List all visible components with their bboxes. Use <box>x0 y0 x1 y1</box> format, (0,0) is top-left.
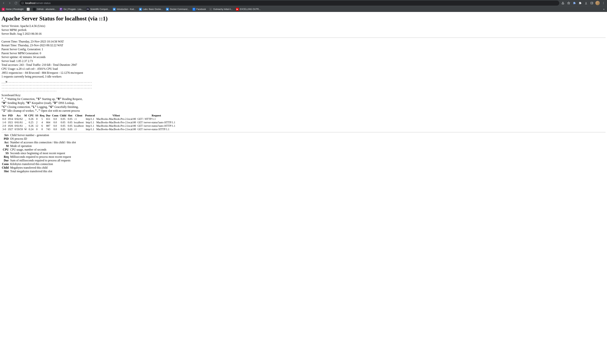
glossary-term: M <box>1 144 10 148</box>
bookmark-item[interactable]: ●Home | Pluralsight <box>2 8 24 11</box>
bookmark-item[interactable]: PGo | Progate - Lea... <box>59 8 83 11</box>
glossary-row: SlotTotal megabytes transferred this slo… <box>1 169 76 173</box>
favicon-icon: ● <box>2 8 5 11</box>
worker-cell-ss: 2 <box>35 121 39 124</box>
worker-cell-srv: 2-0 <box>1 124 7 128</box>
favicon-icon <box>33 8 36 11</box>
worker-cell-pid: 1914 <box>7 117 14 121</box>
bookmark-item[interactable]: ◆Docker Command... <box>166 8 189 11</box>
worker-cell-client: ::1 <box>73 117 84 121</box>
worker-cell-vhost: MacBooks-MacBook-Pro-2.local:80 <box>96 128 137 131</box>
worker-cell-slot: 0.05 <box>67 121 73 124</box>
bookmark-star-icon[interactable] <box>566 0 571 6</box>
toolbar: localhost/server-status <box>0 0 607 6</box>
svg-point-7 <box>603 2 604 2</box>
extension-puzzle-colored-icon[interactable] <box>572 0 577 6</box>
worker-cell-req: 5 <box>39 117 45 121</box>
worker-col-header: Slot <box>67 114 73 117</box>
worker-cell-cpu: 0.26 <box>28 117 35 121</box>
bookmark-item[interactable]: ◆Introduction - Kod... <box>113 8 136 11</box>
bookmark-item[interactable]: GitHub - alisolanki... <box>33 8 56 11</box>
bookmark-label: Scientific Computi... <box>90 8 110 11</box>
bookmarks-overflow-icon[interactable]: » <box>603 7 605 11</box>
worker-col-header: CPU <box>28 114 35 117</box>
worker-cell-m: _ <box>24 121 27 124</box>
browser-chrome: localhost/server-status <box>0 0 607 12</box>
worker-table: SrvPIDAccMCPUSSReqDurConnChildSlotClient… <box>1 114 176 131</box>
scoreboard-key-line: "W" Sending Reply, "K" Keepalive (read),… <box>1 101 606 105</box>
svg-point-8 <box>603 3 604 3</box>
bookmark-item[interactable]: fFacebook <box>193 8 206 11</box>
scoreboard: ___W....................................… <box>1 80 606 92</box>
bookmark-item[interactable]: (λ)Scientific Computi... <box>86 8 110 11</box>
worker-cell-request: GET /server-status?auto HTTP/1.1 <box>137 121 176 124</box>
panel-icon[interactable] <box>589 0 594 6</box>
worker-cell-client: ::1 <box>73 128 84 131</box>
bookmark-label: Facebook <box>196 8 206 11</box>
glossary-desc: OS process ID <box>10 137 76 141</box>
glossary-term: PID <box>1 137 10 141</box>
bookmark-item[interactable]: ◆Labs: Basic Docke... <box>139 8 163 11</box>
worker-cell-child: 0.05 <box>59 117 67 121</box>
glossary-desc: Number of accesses this connection / thi… <box>10 141 76 144</box>
extensions-icon[interactable] <box>578 0 583 6</box>
glossary-desc: Seconds since beginning of most recent r… <box>10 151 76 155</box>
favicon-icon: P <box>59 8 62 11</box>
reload-button[interactable] <box>13 0 18 6</box>
downloads-icon[interactable] <box>583 0 589 6</box>
bookmark-label: Labs: Basic Docke... <box>143 8 163 11</box>
bookmark-label: Home | Pluralsight <box>6 8 24 11</box>
glossary-term: Slot <box>1 169 10 173</box>
toolbar-right-icons <box>560 0 606 6</box>
server-stat-line: Server load: 1.85 2.37 2.73 <box>1 59 606 63</box>
worker-cell-dur: 887 <box>45 124 51 128</box>
worker-col-header: Srv <box>1 114 7 117</box>
favicon-icon: (λ) <box>86 8 89 11</box>
worker-cell-conn: 0.0 <box>51 117 59 121</box>
scoreboard-key-line: "C" Closing connection, "L" Logging, "G"… <box>1 105 606 109</box>
server-stats-block: Current Time: Thursday, 23-Nov-2023 10:1… <box>1 39 606 79</box>
bookmark-label: Outreachy Initial A... <box>213 8 232 11</box>
worker-col-header: PID <box>7 114 14 117</box>
glossary-row: DurSum of milliseconds required to proce… <box>1 159 76 162</box>
bookmark-item[interactable]: ○Outreachy Initial A... <box>209 8 232 11</box>
glossary-term: CPU <box>1 148 10 151</box>
glossary-table: SrvChild Server number - generationPIDOS… <box>1 133 76 173</box>
worker-cell-pid: 1927 <box>7 128 14 131</box>
worker-cell-pid: 1921 <box>7 121 14 124</box>
worker-cell-request: GET / HTTP/1.1 <box>137 117 176 121</box>
divider <box>1 38 606 38</box>
worker-cell-protocol: http/1.1 <box>84 121 96 124</box>
overflow-menu-icon[interactable] <box>601 0 606 6</box>
glossary-row: ReqMilliseconds required to process most… <box>1 155 76 159</box>
glossary-row: SSSeconds since beginning of most recent… <box>1 151 76 155</box>
worker-col-header: Request <box>137 114 176 117</box>
worker-cell-cpu: 0.25 <box>28 121 35 124</box>
worker-cell-client: localhost <box>73 121 84 124</box>
profile-avatar[interactable] <box>595 0 600 6</box>
glossary-term: Srv <box>1 133 10 137</box>
worker-cell-slot: 0.05 <box>67 128 73 131</box>
worker-cell-client: localhost <box>73 124 84 128</box>
glossary-row: CPUCPU usage, number of seconds <box>1 148 76 151</box>
share-icon[interactable] <box>560 0 565 6</box>
svg-point-9 <box>603 4 604 4</box>
glossary-row: SrvChild Server number - generation <box>1 133 76 137</box>
worker-row: 3-019270/59/59W0.24007430.00.050.05::1ht… <box>1 128 176 131</box>
worker-col-header: Req <box>39 114 45 117</box>
site-info-icon[interactable] <box>21 2 24 4</box>
forward-button[interactable] <box>7 0 12 6</box>
worker-cell-req: 4 <box>39 121 45 124</box>
server-stat-line: Parent Server Config. Generation: 1 <box>1 47 606 51</box>
worker-row: 0-019140/62/62_0.26056510.00.050.05::1ht… <box>1 117 176 121</box>
back-button[interactable] <box>1 0 6 6</box>
worker-cell-slot: 0.05 <box>67 117 73 121</box>
worker-cell-m: _ <box>24 117 27 121</box>
worker-cell-srv: 3-0 <box>1 128 7 131</box>
address-bar[interactable]: localhost/server-status <box>20 0 559 6</box>
favicon-icon: ◆ <box>113 8 116 11</box>
bookmark-item[interactable]: · <box>27 8 30 11</box>
bookmark-item[interactable]: ▶EXCELLING OUTR... <box>236 8 261 11</box>
page-content: Apache Server Status for localhost (via … <box>0 12 607 175</box>
worker-col-header: Conn <box>51 114 59 117</box>
